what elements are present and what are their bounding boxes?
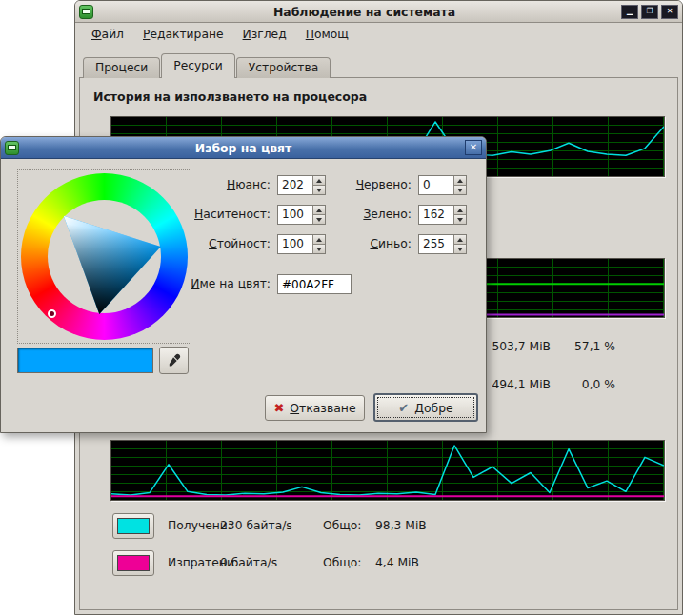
- green-value[interactable]: 162: [419, 206, 453, 224]
- eyedropper-button[interactable]: [159, 347, 189, 374]
- red-value[interactable]: 0: [419, 176, 453, 194]
- color-name-label: Име на цвят:: [144, 277, 271, 290]
- tab-devices[interactable]: Устройства: [236, 57, 331, 78]
- dialog-titlebar[interactable]: Избор на цвят ✕: [1, 137, 486, 159]
- color-wheel-area: [17, 169, 191, 344]
- ok-check-icon: ✔: [398, 401, 409, 415]
- swap-total: 494,1 MiB: [492, 378, 551, 391]
- color-picker-dialog: Избор на цвят ✕: [0, 136, 487, 433]
- received-color-swatch: [117, 518, 150, 534]
- cancel-button[interactable]: ✖ Отказване: [265, 395, 365, 421]
- desktop: Наблюдение на системата ▁ ❐ ✕ Файл Редак…: [0, 0, 683, 616]
- dialog-app-icon: [5, 141, 19, 155]
- close-icon[interactable]: ✕: [661, 5, 678, 19]
- saturation-value[interactable]: 100: [278, 206, 312, 224]
- cpu-history-title: История на използването на процесора: [93, 89, 367, 104]
- network-lines: [111, 441, 664, 500]
- cancel-button-label: Отказване: [290, 401, 355, 415]
- hue-value[interactable]: 202: [278, 176, 312, 194]
- spin-down-icon[interactable]: [454, 185, 466, 194]
- hue-label: Нюанс:: [144, 178, 271, 191]
- received-color-button[interactable]: [112, 513, 154, 539]
- ok-button[interactable]: ✔ Добре: [373, 393, 478, 422]
- spin-down-icon[interactable]: [454, 244, 466, 253]
- tab-bar: Процеси Ресурси Устройства: [83, 53, 331, 78]
- main-window-title: Наблюдение на системата: [113, 5, 615, 19]
- saturation-label: Наситеност:: [144, 208, 271, 221]
- spin-up-icon[interactable]: [454, 176, 466, 185]
- blue-value[interactable]: 255: [419, 235, 453, 253]
- ok-button-label: Добре: [414, 401, 452, 415]
- main-titlebar[interactable]: Наблюдение на системата ▁ ❐ ✕: [75, 1, 682, 23]
- tab-processes[interactable]: Процеси: [83, 57, 160, 78]
- memory-percent: 57,1 %: [574, 340, 615, 353]
- menu-file[interactable]: Файл: [83, 25, 132, 44]
- spin-up-icon[interactable]: [454, 206, 466, 214]
- value-value[interactable]: 100: [278, 235, 312, 253]
- value-label: Стойност:: [144, 237, 271, 250]
- tab-resources[interactable]: Ресурси: [161, 53, 235, 78]
- sent-total-value: 4,4 MiB: [375, 556, 419, 569]
- received-total-value: 98,3 MiB: [375, 519, 427, 532]
- network-history-chart: [110, 440, 665, 501]
- red-label: Червено:: [315, 178, 412, 191]
- sent-value: 0 байта/s: [220, 556, 277, 569]
- received-total-label: Общо:: [323, 519, 362, 532]
- eyedropper-icon: [167, 353, 181, 368]
- maximize-icon[interactable]: ❐: [641, 5, 658, 19]
- color-name-input[interactable]: [277, 274, 352, 294]
- menu-view[interactable]: Изглед: [234, 25, 295, 44]
- sent-color-swatch: [117, 555, 150, 571]
- blue-spinner[interactable]: 255: [418, 234, 467, 254]
- blue-label: Синьо:: [315, 237, 412, 250]
- menu-edit[interactable]: Редактиране: [134, 25, 232, 44]
- cancel-x-icon: ✖: [273, 401, 284, 415]
- swap-percent: 0,0 %: [582, 378, 615, 391]
- hue-marker[interactable]: [48, 309, 56, 318]
- green-label: Зелено:: [315, 208, 412, 221]
- sent-total-label: Общо:: [323, 556, 362, 569]
- menu-help[interactable]: Помощ: [297, 25, 357, 44]
- minimize-icon[interactable]: ▁: [621, 5, 638, 19]
- spin-down-icon[interactable]: [454, 214, 466, 224]
- menubar: Файл Редактиране Изглед Помощ: [75, 23, 682, 46]
- dialog-close-icon[interactable]: ✕: [465, 140, 482, 155]
- current-color-preview: [17, 348, 153, 373]
- sent-color-button[interactable]: [112, 550, 154, 576]
- dialog-title: Избор на цвят: [30, 141, 457, 155]
- spin-up-icon[interactable]: [454, 235, 466, 244]
- green-spinner[interactable]: 162: [418, 205, 467, 225]
- red-spinner[interactable]: 0: [418, 175, 467, 195]
- system-monitor-icon: [79, 5, 93, 19]
- received-value: 230 байта/s: [220, 519, 292, 532]
- memory-total: 503,7 MiB: [492, 340, 551, 353]
